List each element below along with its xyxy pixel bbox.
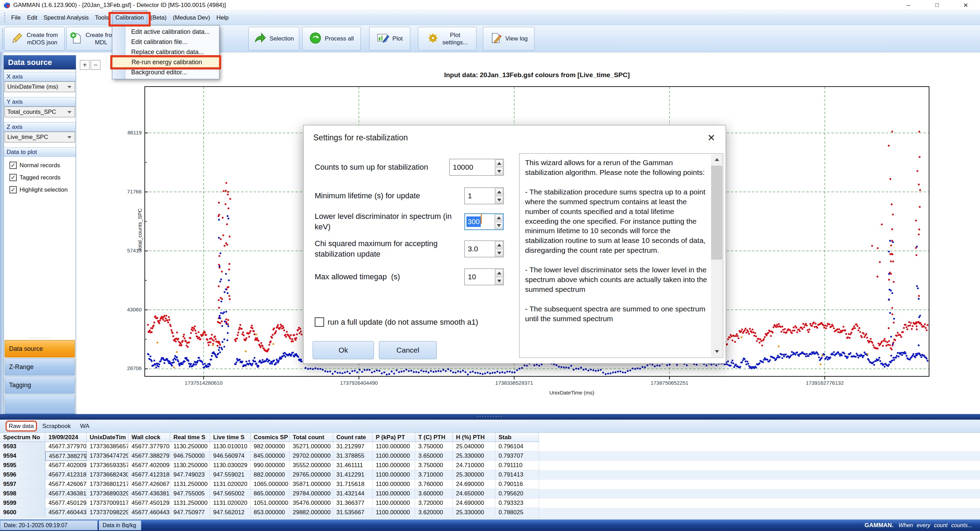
- table-cell[interactable]: 990.000000: [250, 461, 290, 470]
- splitter-handle[interactable]: ··········: [0, 414, 980, 419]
- spin-down-icon[interactable]: [495, 167, 503, 175]
- dialog-close-icon[interactable]: ✕: [707, 132, 715, 144]
- close-icon[interactable]: ✕: [951, 0, 980, 11]
- table-cell[interactable]: 45677.412318: [128, 470, 170, 480]
- sidebar-nav-tagging[interactable]: Tagging: [5, 376, 75, 394]
- table-cell[interactable]: 3.750000: [415, 461, 453, 470]
- table-cell[interactable]: 0.795620: [495, 489, 539, 499]
- spin-down-icon[interactable]: [495, 196, 503, 204]
- column-header[interactable]: UnixDateTim: [86, 433, 128, 442]
- menu-item-help[interactable]: Help: [213, 11, 232, 25]
- table-cell[interactable]: 9599: [0, 499, 45, 508]
- spin-up-icon[interactable]: [495, 214, 503, 221]
- table-cell[interactable]: 1130.250000: [170, 461, 210, 470]
- spin-up-icon[interactable]: [495, 241, 503, 249]
- table-cell[interactable]: 31.412291: [333, 470, 372, 480]
- table-cell[interactable]: 24.710000: [453, 461, 495, 470]
- table-cell[interactable]: 45677.412318: [45, 470, 86, 480]
- axis-select-z-axis[interactable]: Live_time_SPC: [5, 132, 75, 142]
- table-cell[interactable]: 45677.402009: [45, 461, 86, 470]
- table-cell[interactable]: 173736593357: [86, 461, 128, 470]
- checkbox-box[interactable]: ✓: [10, 186, 17, 193]
- table-cell[interactable]: 45677.436381: [128, 489, 170, 499]
- table-cell[interactable]: 9598: [0, 489, 45, 499]
- table-cell[interactable]: 1100.000000: [372, 489, 415, 499]
- spin-up-icon[interactable]: [495, 269, 503, 276]
- table-cell[interactable]: 882.000000: [250, 470, 290, 480]
- sidebar-nav-data-source[interactable]: Data source: [5, 340, 75, 357]
- table-cell[interactable]: 24.690000: [453, 499, 495, 508]
- table-cell[interactable]: 25.330000: [453, 451, 495, 461]
- menu-item-edit-calibration-file[interactable]: Edit calibration file...: [112, 37, 219, 47]
- table-cell[interactable]: 173736682430: [86, 470, 128, 480]
- spinner-chi-squared-maximum-for-accepting-stabilization-update[interactable]: 3.0: [465, 241, 504, 257]
- table-cell[interactable]: 45677.426067: [45, 480, 86, 489]
- column-header[interactable]: 19/09/2024: [45, 433, 86, 442]
- column-header[interactable]: Total count: [290, 433, 333, 442]
- table-cell[interactable]: 1100.000000: [372, 451, 415, 461]
- column-header[interactable]: T (C) PTH: [415, 433, 453, 442]
- spinner-minimum-lifetime-s-for-update[interactable]: 1: [465, 188, 504, 204]
- table-cell[interactable]: 845.000000: [250, 451, 290, 461]
- axis-select-x-axis[interactable]: UnixDateTime (ms): [5, 81, 75, 92]
- table-cell[interactable]: 35871.000000: [290, 480, 333, 489]
- table-cell[interactable]: 45677.460443: [45, 508, 86, 517]
- table-cell[interactable]: 1100.000000: [372, 480, 415, 489]
- menu-item-edit-active-calibration-data[interactable]: Edit active calibration data...: [112, 27, 219, 37]
- spinner-value[interactable]: 1: [465, 188, 495, 204]
- table-cell[interactable]: 9595: [0, 461, 45, 470]
- table-cell[interactable]: 45677.450129: [45, 499, 86, 508]
- table-cell[interactable]: 1131.250000: [170, 480, 210, 489]
- spinner-max-allowed-timegap-s[interactable]: 10: [465, 268, 504, 285]
- menu-item-medusa-dev[interactable]: (Medusa Dev): [170, 11, 213, 25]
- minimize-icon[interactable]: –: [894, 0, 923, 11]
- column-header[interactable]: Cosmics SP: [250, 433, 290, 442]
- table-cell[interactable]: 1051.000000: [250, 499, 290, 508]
- maximize-icon[interactable]: □: [923, 0, 951, 11]
- table-cell[interactable]: 9600: [0, 508, 45, 517]
- table-cell[interactable]: 0.790116: [495, 480, 539, 489]
- table-cell[interactable]: 0.793707: [495, 451, 539, 461]
- sidebar-nav-z-range[interactable]: Z-Range: [5, 358, 75, 376]
- column-header[interactable]: P (kPa) PT: [372, 433, 415, 442]
- table-cell[interactable]: 947.562012: [210, 508, 250, 517]
- table-cell[interactable]: 29702.000000: [290, 451, 333, 461]
- checkbox-box[interactable]: ✓: [10, 162, 17, 169]
- column-header[interactable]: Stab: [495, 433, 539, 442]
- spin-down-icon[interactable]: [495, 277, 503, 284]
- column-header[interactable]: Wall clock: [128, 433, 170, 442]
- sidebar-nav-item[interactable]: [5, 394, 75, 414]
- help-scrollbar[interactable]: [711, 154, 722, 357]
- menu-item-edit[interactable]: Edit: [24, 11, 40, 25]
- view-log-button[interactable]: View log: [483, 27, 535, 51]
- table-cell[interactable]: 3.720000: [415, 499, 453, 508]
- table-cell[interactable]: 31.432144: [333, 489, 372, 499]
- spinner-value[interactable]: 3.0: [465, 241, 495, 257]
- table-cell[interactable]: 1100.000000: [372, 461, 415, 470]
- table-cell[interactable]: 31.378855: [333, 451, 372, 461]
- table-cell[interactable]: 45677.377970: [45, 442, 86, 451]
- spin-down-icon[interactable]: [495, 249, 503, 257]
- table-cell[interactable]: 25.330000: [453, 508, 495, 517]
- table-cell[interactable]: 853.000000: [250, 508, 290, 517]
- table-cell[interactable]: 45677.450129: [128, 499, 170, 508]
- table-cell[interactable]: 947.755005: [170, 489, 210, 499]
- table-cell[interactable]: 35271.000000: [290, 442, 333, 451]
- checkbox-box[interactable]: [315, 317, 324, 327]
- table-cell[interactable]: 45677.426067: [128, 480, 170, 489]
- table-cell[interactable]: 45677.460443: [128, 508, 170, 517]
- table-cell[interactable]: 947.559021: [210, 470, 250, 480]
- table-cell[interactable]: 29882.000000: [290, 508, 333, 517]
- table-cell[interactable]: 3.760000: [415, 480, 453, 489]
- table-cell[interactable]: 45677.402009: [128, 461, 170, 470]
- table-cell[interactable]: 947.565002: [210, 489, 250, 499]
- table-cell[interactable]: 982.000000: [250, 442, 290, 451]
- table-cell[interactable]: 31.535667: [333, 508, 372, 517]
- table-cell[interactable]: 45677.388279: [45, 451, 86, 461]
- table-cell[interactable]: 31.366377: [333, 499, 372, 508]
- column-header[interactable]: Count rate: [333, 433, 372, 442]
- ok-button[interactable]: Ok: [313, 341, 374, 359]
- cancel-button[interactable]: Cancel: [379, 341, 437, 359]
- table-cell[interactable]: 0.796104: [495, 442, 539, 451]
- column-header[interactable]: H (%) PTH: [453, 433, 495, 442]
